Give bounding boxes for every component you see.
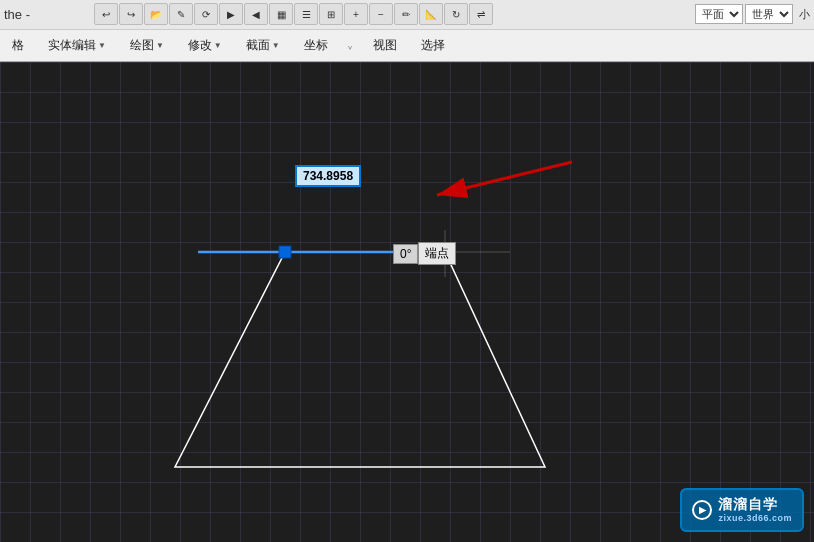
small-label: 小 xyxy=(799,7,810,22)
redo-icon[interactable]: ↪ xyxy=(119,3,143,25)
menu-ge[interactable]: 格 xyxy=(8,35,28,56)
play-circle-icon: ▶ xyxy=(692,500,712,520)
watermark-logo: ▶ 溜溜自学 zixue.3d66.com xyxy=(680,488,804,532)
canvas-svg xyxy=(0,62,814,542)
zoom-out-icon[interactable]: − xyxy=(369,3,393,25)
menu-draw[interactable]: 绘图 ▼ xyxy=(126,35,168,56)
menu-solid-edit[interactable]: 实体编辑 ▼ xyxy=(44,35,110,56)
menu-icon[interactable]: ☰ xyxy=(294,3,318,25)
pen-icon[interactable]: ✏ xyxy=(394,3,418,25)
dimension-value: 734.8958 xyxy=(303,169,353,183)
dimension-input[interactable]: 734.8958 xyxy=(295,165,361,187)
watermark-text-block: 溜溜自学 zixue.3d66.com xyxy=(718,496,792,524)
watermark-main-text: 溜溜自学 xyxy=(718,496,792,513)
world-select[interactable]: 世界 xyxy=(745,4,793,24)
watermark-sub-text: zixue.3d66.com xyxy=(718,513,792,524)
menu-select[interactable]: 选择 xyxy=(417,35,449,56)
chevron-down-icon: ▼ xyxy=(156,41,164,50)
toolbar-icon-row: the - ↩ ↪ 📂 ✎ ⟳ ▶ ◀ ▦ ☰ ⊞ + − ✏ 📐 ↻ ⇌ 平面… xyxy=(0,0,814,30)
menu-bar: 格 实体编辑 ▼ 绘图 ▼ 修改 ▼ 截面 ▼ 坐标 ᵥ 视图 选择 xyxy=(0,30,814,61)
zoom-in-icon[interactable]: + xyxy=(344,3,368,25)
open-icon[interactable]: 📂 xyxy=(144,3,168,25)
measure-icon[interactable]: 📐 xyxy=(419,3,443,25)
draw-icon[interactable]: ✎ xyxy=(169,3,193,25)
toolbar: the - ↩ ↪ 📂 ✎ ⟳ ▶ ◀ ▦ ☰ ⊞ + − ✏ 📐 ↻ ⇌ 平面… xyxy=(0,0,814,62)
title-text: the - xyxy=(4,7,84,22)
plane-select[interactable]: 平面 xyxy=(695,4,743,24)
menu-coord[interactable]: 坐标 xyxy=(300,35,332,56)
rotate-icon[interactable]: ↻ xyxy=(444,3,468,25)
toolbar-icons-group: ↩ ↪ 📂 ✎ ⟳ ▶ ◀ ▦ ☰ ⊞ + − ✏ 📐 ↻ ⇌ xyxy=(94,3,493,25)
menu-modify[interactable]: 修改 ▼ xyxy=(184,35,226,56)
mirror-icon[interactable]: ⇌ xyxy=(469,3,493,25)
angle-box: 0° xyxy=(393,244,418,264)
play-icon[interactable]: ▶ xyxy=(219,3,243,25)
undo-icon[interactable]: ↩ xyxy=(94,3,118,25)
svg-rect-0 xyxy=(0,62,814,542)
chevron-down-icon: ▼ xyxy=(98,41,106,50)
coord-separator: ᵥ xyxy=(348,39,353,52)
chevron-down-icon: ▼ xyxy=(272,41,280,50)
snap-icon[interactable]: ⊞ xyxy=(319,3,343,25)
drawing-canvas[interactable]: 734.8958 0° 端点 ▶ 溜溜自学 zixue.3d66.com xyxy=(0,62,814,542)
refresh-icon[interactable]: ⟳ xyxy=(194,3,218,25)
menu-view[interactable]: 视图 xyxy=(369,35,401,56)
angle-value: 0° xyxy=(400,247,411,261)
menu-section[interactable]: 截面 ▼ xyxy=(242,35,284,56)
endpoint-label: 端点 xyxy=(418,242,456,265)
chevron-down-icon: ▼ xyxy=(214,41,222,50)
grid-icon[interactable]: ▦ xyxy=(269,3,293,25)
angle-tooltip-group: 0° 端点 xyxy=(393,242,456,265)
grip-left xyxy=(279,246,291,258)
back-icon[interactable]: ◀ xyxy=(244,3,268,25)
endpoint-text: 端点 xyxy=(425,246,449,260)
